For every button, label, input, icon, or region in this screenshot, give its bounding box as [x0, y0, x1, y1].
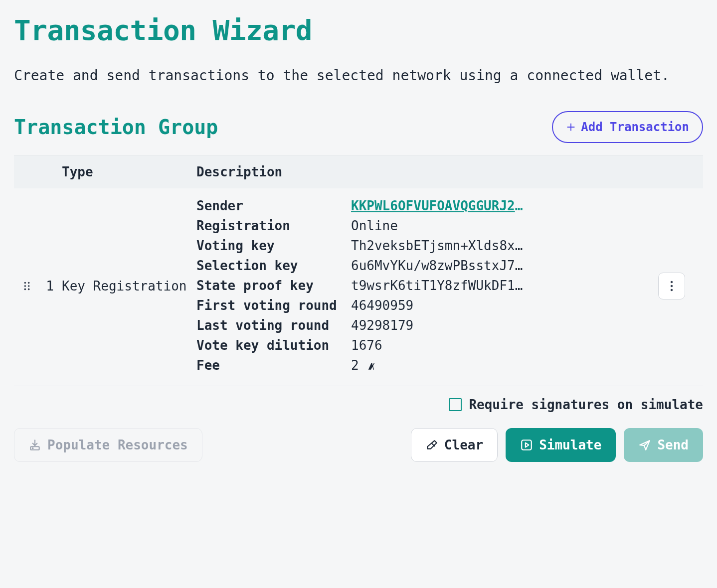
column-header-description: Description: [196, 164, 658, 179]
send-icon: [638, 439, 651, 451]
state-proof-key-value: t9wsrK6tiT1Y8zfWUkDF1V+L…: [351, 278, 526, 293]
svg-point-2: [24, 282, 26, 284]
svg-point-12: [32, 448, 33, 449]
simulate-label: Simulate: [539, 438, 601, 452]
add-transaction-button[interactable]: Add Transaction: [552, 111, 703, 143]
table-head: Type Description: [14, 155, 703, 188]
eraser-icon: [425, 439, 438, 451]
algo-currency-icon: [366, 359, 375, 374]
section-header: Transaction Group Add Transaction: [14, 111, 703, 143]
simulate-options-row: Require signatures on simulate: [14, 397, 703, 412]
play-icon: [520, 439, 533, 451]
svg-point-9: [671, 285, 673, 287]
table-row: 1 Key Registration Sender KKPWL6OFVUFOAV…: [14, 188, 703, 386]
require-signatures-checkbox[interactable]: Require signatures on simulate: [449, 397, 703, 412]
row-description: Sender KKPWL6OFVUFOAVQGGURJ2EGN… Registr…: [196, 198, 526, 374]
vote-key-dilution-label: Vote key dilution: [196, 338, 346, 353]
section-title: Transaction Group: [14, 116, 218, 139]
svg-point-7: [28, 289, 30, 291]
selection-key-label: Selection key: [196, 258, 346, 273]
svg-rect-13: [522, 440, 532, 450]
plus-icon: [566, 122, 576, 132]
svg-point-4: [24, 285, 26, 287]
simulate-button[interactable]: Simulate: [506, 428, 616, 462]
fee-amount: 2: [351, 358, 359, 373]
first-voting-round-value: 46490959: [351, 298, 526, 313]
page-title: Transaction Wizard: [14, 14, 703, 46]
clear-button[interactable]: Clear: [411, 428, 498, 462]
send-button[interactable]: Send: [624, 428, 703, 462]
footer-actions: Populate Resources Clear Simulate Send: [14, 428, 703, 462]
populate-resources-button[interactable]: Populate Resources: [14, 428, 202, 462]
first-voting-round-label: First voting round: [196, 298, 346, 313]
drag-handle-icon[interactable]: [14, 281, 40, 292]
vote-key-dilution-value: 1676: [351, 338, 526, 353]
sender-value-link[interactable]: KKPWL6OFVUFOAVQGGURJ2EGN…: [351, 198, 526, 213]
registration-value: Online: [351, 218, 526, 233]
last-voting-round-label: Last voting round: [196, 318, 346, 333]
require-signatures-label: Require signatures on simulate: [469, 397, 703, 412]
svg-point-3: [28, 282, 30, 284]
voting-key-value: Th2veksbETjsmn+Xlds8xGfm…: [351, 238, 526, 253]
column-header-type: Type: [62, 164, 196, 179]
clear-label: Clear: [444, 438, 483, 452]
svg-point-8: [671, 281, 673, 283]
populate-resources-label: Populate Resources: [47, 438, 188, 452]
registration-label: Registration: [196, 218, 346, 233]
fee-label: Fee: [196, 358, 346, 374]
svg-point-10: [671, 289, 673, 291]
more-vertical-icon: [670, 281, 673, 292]
download-icon: [28, 439, 41, 451]
transaction-table: Type Description 1 Key Registration Send…: [14, 155, 703, 386]
svg-point-5: [28, 285, 30, 287]
row-actions-button[interactable]: [658, 273, 685, 299]
add-transaction-label: Add Transaction: [581, 120, 689, 134]
fee-value: 2: [351, 358, 526, 374]
row-type: Key Registration: [62, 279, 196, 294]
state-proof-key-label: State proof key: [196, 278, 346, 293]
selection-key-value: 6u6MvYKu/w8zwPBsstxJ7fkU…: [351, 258, 526, 273]
send-label: Send: [657, 438, 689, 452]
sender-label: Sender: [196, 198, 346, 213]
checkbox-box-icon: [449, 398, 462, 411]
svg-point-6: [24, 289, 26, 291]
row-index: 1: [40, 279, 62, 294]
last-voting-round-value: 49298179: [351, 318, 526, 333]
page-subtitle: Create and send transactions to the sele…: [14, 64, 703, 87]
voting-key-label: Voting key: [196, 238, 346, 253]
